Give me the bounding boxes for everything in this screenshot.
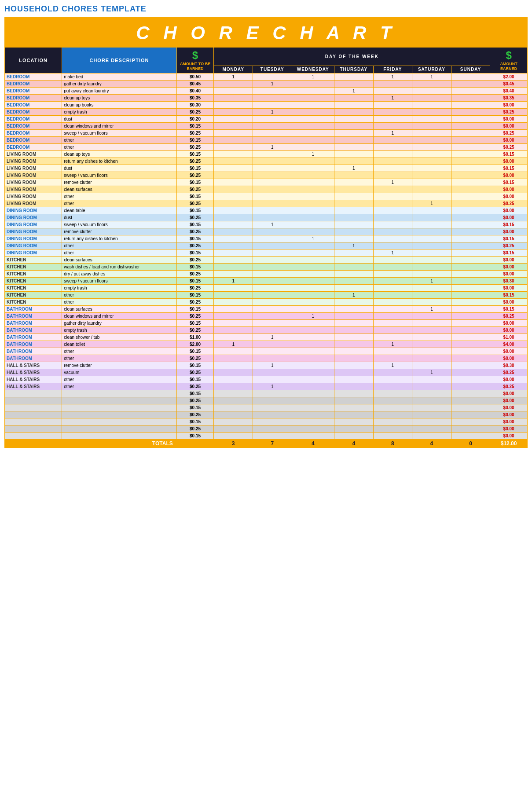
friday-cell [373, 115, 412, 122]
table-row: BEDROOM clean up toys $0.35 1 $0.35 [5, 94, 528, 101]
table-row: BEDROOM sweep / vacuum floors $0.25 1 $0… [5, 129, 528, 136]
thursday-cell [334, 129, 374, 136]
chore-cell: other [62, 143, 176, 150]
tuesday-cell: 1 [253, 221, 292, 228]
location-cell: BEDROOM [5, 129, 62, 136]
location-cell: HALL & STAIRS [5, 362, 62, 369]
friday-cell [373, 143, 412, 150]
chore-cell: other [62, 376, 176, 383]
amount-cell: $0.15 [176, 235, 214, 242]
monday-cell [214, 355, 253, 362]
wednesday-cell: 1 [292, 73, 334, 80]
tuesday-cell [253, 101, 292, 108]
amount-earned-cell: $0.00 [490, 263, 528, 270]
saturday-cell [412, 404, 451, 411]
monday-cell: 1 [214, 73, 253, 80]
chore-table: LOCATION CHORE DESCRIPTION $ AMOUNT TO B… [4, 47, 528, 448]
thursday-cell [334, 341, 374, 348]
chore-cell: other [62, 136, 176, 143]
location-cell [5, 397, 62, 404]
saturday-cell [412, 108, 451, 115]
friday-cell [373, 326, 412, 334]
table-row: DINING ROOM dust $0.25 $0.00 [5, 214, 528, 221]
thursday-cell [334, 397, 374, 404]
friday-cell [373, 305, 412, 312]
monday-cell [214, 122, 253, 129]
chore-cell: other [62, 291, 176, 298]
thursday-cell [334, 334, 374, 341]
amount-earned-cell: $0.00 [490, 319, 528, 326]
thursday-cell [334, 235, 374, 242]
monday-header: MONDAY [214, 66, 253, 73]
sunday-cell [451, 94, 490, 101]
amount-earned-cell: $0.00 [490, 411, 528, 418]
table-row: HALL & STAIRS other $0.25 1 $0.25 [5, 383, 528, 390]
saturday-cell [412, 242, 451, 249]
table-row: BEDROOM make bed $0.50 1 1 1 1 $2.00 [5, 73, 528, 80]
saturday-cell: 1 [412, 73, 451, 80]
amount-cell: $0.15 [176, 221, 214, 228]
monday-cell [214, 108, 253, 115]
table-row: LIVING ROOM clean up toys $0.15 1 $0.15 [5, 150, 528, 158]
table-row: HALL & STAIRS remove clutter $0.15 1 1 $… [5, 362, 528, 369]
location-cell: DINING ROOM [5, 228, 62, 235]
friday-cell [373, 80, 412, 87]
wednesday-cell [292, 362, 334, 369]
amount-cell: $0.15 [176, 348, 214, 355]
amount-earned-cell: $0.00 [490, 207, 528, 214]
saturday-cell [412, 158, 451, 165]
table-row: BATHROOM clean shower / tub $1.00 1 $1.0… [5, 334, 528, 341]
sunday-cell [451, 319, 490, 326]
wednesday-cell [292, 341, 334, 348]
location-cell: BEDROOM [5, 108, 62, 115]
amount-cell: $0.15 [176, 362, 214, 369]
saturday-cell [412, 115, 451, 122]
tuesday-cell [253, 179, 292, 186]
thursday-cell [334, 228, 374, 235]
saturday-cell [412, 432, 451, 439]
amount-earned-cell: $0.15 [490, 165, 528, 172]
location-cell: BEDROOM [5, 122, 62, 129]
thursday-cell [334, 369, 374, 376]
table-body: BEDROOM make bed $0.50 1 1 1 1 $2.00 BED… [5, 73, 528, 447]
saturday-cell [412, 122, 451, 129]
friday-cell: 1 [373, 94, 412, 101]
table-row: DINING ROOM other $0.25 1 $0.25 [5, 242, 528, 249]
sunday-cell [451, 390, 490, 397]
chore-chart-title: C H O R E C H A R T [4, 22, 528, 44]
location-cell: DINING ROOM [5, 207, 62, 214]
tuesday-cell [253, 87, 292, 94]
wednesday-cell [292, 207, 334, 214]
monday-cell [214, 298, 253, 305]
location-cell: DINING ROOM [5, 242, 62, 249]
sunday-cell [451, 334, 490, 341]
chore-cell: clean up toys [62, 150, 176, 158]
thursday-cell [334, 263, 374, 270]
thursday-cell [334, 200, 374, 207]
chore-cell: remove clutter [62, 179, 176, 186]
sunday-cell [451, 341, 490, 348]
amount-earned-cell: $0.00 [490, 186, 528, 193]
sunday-cell [451, 207, 490, 214]
totals-saturday: 4 [412, 439, 451, 447]
thursday-header: THURSDAY [334, 66, 374, 73]
amount-cell: $0.15 [176, 277, 214, 284]
amount-cell: $0.25 [176, 108, 214, 115]
saturday-cell [412, 411, 451, 418]
amount-earned-cell: $0.00 [490, 158, 528, 165]
friday-cell [373, 425, 412, 432]
table-row: DINING ROOM return any dishes to kitchen… [5, 235, 528, 242]
chore-cell: clean table [62, 207, 176, 214]
amount-earned-cell: $0.00 [490, 404, 528, 411]
monday-cell [214, 136, 253, 143]
monday-cell [214, 319, 253, 326]
saturday-cell [412, 312, 451, 319]
wednesday-header: WEDNESDAY [292, 66, 334, 73]
saturday-cell [412, 348, 451, 355]
thursday-cell [334, 312, 374, 319]
table-row: BATHROOM other $0.15 $0.00 [5, 348, 528, 355]
amount-earned-cell: $0.15 [490, 179, 528, 186]
monday-cell [214, 425, 253, 432]
thursday-cell [334, 277, 374, 284]
chore-cell: clean surfaces [62, 186, 176, 193]
